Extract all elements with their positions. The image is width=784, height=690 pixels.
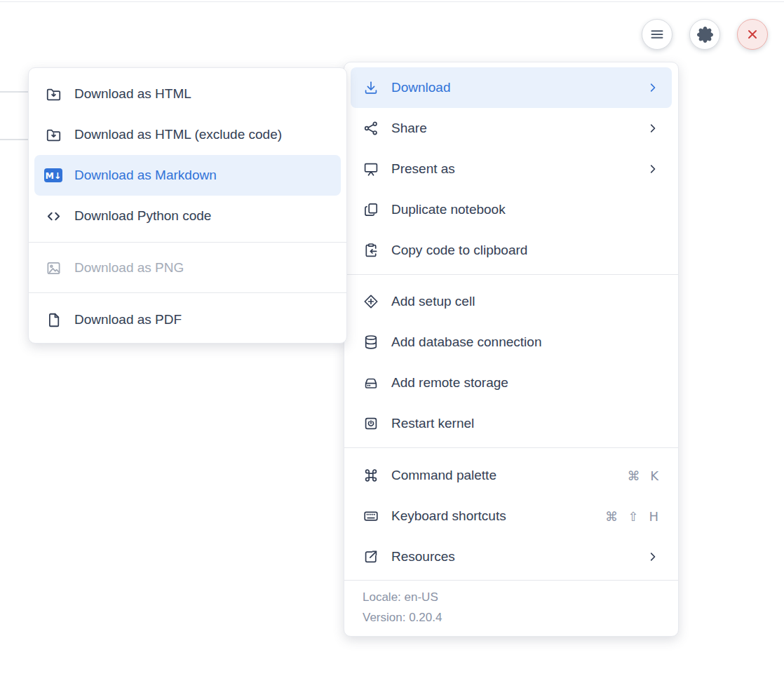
menu-item-label: Download Python code	[74, 208, 331, 224]
notebook-context-menu: Download Share Present as	[344, 62, 679, 637]
settings-button[interactable]	[689, 19, 720, 50]
markdown-badge-icon: M↓	[44, 166, 62, 184]
keyboard-icon	[362, 507, 380, 525]
presentation-icon	[362, 160, 380, 178]
version-text: Version: 0.20.4	[363, 609, 660, 625]
command-icon	[362, 466, 380, 485]
image-icon	[44, 259, 62, 277]
menu-item-label: Download as PNG	[74, 260, 331, 276]
menu-item-resources[interactable]: Resources	[351, 536, 672, 577]
menu-item-command-palette[interactable]: Command palette ⌘ K	[351, 455, 672, 496]
menu-item-add-database-connection[interactable]: Add database connection	[351, 322, 672, 363]
menu-divider	[29, 242, 346, 243]
close-icon	[744, 26, 761, 43]
menu-item-label: Command palette	[391, 468, 627, 483]
menu-item-label: Duplicate notebook	[391, 202, 660, 217]
menu-item-keyboard-shortcuts[interactable]: Keyboard shortcuts ⌘ ⇧ H	[351, 496, 672, 536]
gear-icon	[697, 27, 713, 43]
menu-item-present-as[interactable]: Present as	[351, 149, 672, 189]
restart-kernel-icon	[362, 414, 380, 433]
submenu-item-download-markdown[interactable]: M↓ Download as Markdown	[34, 155, 341, 196]
code-icon	[44, 207, 62, 225]
menu-item-label: Share	[391, 121, 646, 136]
database-icon	[362, 333, 380, 351]
menu-item-restart-kernel[interactable]: Restart kernel	[351, 403, 672, 444]
menu-item-label: Add setup cell	[391, 294, 660, 309]
chevron-right-icon	[646, 162, 660, 176]
folder-download-icon	[44, 126, 62, 144]
hamburger-icon	[649, 26, 665, 43]
menu-item-label: Add database connection	[391, 334, 660, 350]
menu-divider	[344, 274, 678, 275]
menu-item-label: Restart kernel	[391, 416, 660, 431]
menu-item-share[interactable]: Share	[351, 108, 672, 149]
menu-item-add-remote-storage[interactable]: Add remote storage	[351, 363, 672, 403]
floating-toolbar	[642, 19, 768, 50]
menu-item-label: Download as Markdown	[74, 168, 331, 183]
shortcut-hint: ⌘ K	[627, 468, 660, 483]
chevron-right-icon	[646, 121, 660, 135]
background-cell-border	[0, 91, 28, 93]
file-icon	[44, 311, 62, 329]
locale-text: Locale: en-US	[363, 589, 660, 605]
remote-storage-icon	[362, 374, 380, 392]
menu-item-label: Download as HTML	[74, 86, 331, 102]
menu-item-label: Copy code to clipboard	[391, 243, 660, 258]
add-setup-cell-icon	[362, 292, 380, 311]
menu-item-label: Resources	[391, 549, 646, 564]
menu-item-download[interactable]: Download	[351, 67, 672, 108]
download-icon	[362, 79, 380, 97]
chevron-right-icon	[646, 81, 660, 95]
menu-item-label: Download as PDF	[74, 312, 331, 327]
submenu-item-download-python-code[interactable]: Download Python code	[34, 196, 341, 236]
submenu-item-download-html-exclude-code[interactable]: Download as HTML (exclude code)	[34, 114, 341, 155]
menu-item-label: Download	[391, 80, 646, 95]
clipboard-copy-icon	[362, 241, 380, 259]
share-icon	[362, 119, 380, 137]
menu-item-add-setup-cell[interactable]: Add setup cell	[351, 281, 672, 322]
menu-divider	[344, 447, 678, 448]
menu-item-label: Add remote storage	[391, 375, 660, 391]
shortcut-hint: ⌘ ⇧ H	[605, 509, 660, 524]
menu-item-label: Download as HTML (exclude code)	[74, 127, 331, 142]
menu-item-copy-code[interactable]: Copy code to clipboard	[351, 230, 672, 271]
submenu-item-download-html[interactable]: Download as HTML	[34, 74, 341, 114]
background-cell-border	[0, 139, 28, 140]
folder-download-icon	[44, 85, 62, 103]
menu-item-label: Present as	[391, 161, 646, 177]
submenu-item-download-png[interactable]: Download as PNG	[34, 248, 341, 288]
submenu-item-download-pdf[interactable]: Download as PDF	[34, 299, 341, 340]
external-link-icon	[362, 548, 380, 566]
menu-item-duplicate-notebook[interactable]: Duplicate notebook	[351, 189, 672, 230]
close-button[interactable]	[737, 19, 768, 50]
menu-item-label: Keyboard shortcuts	[391, 508, 605, 524]
chevron-right-icon	[646, 550, 660, 564]
menu-divider	[29, 292, 346, 293]
page-top-border	[0, 1, 784, 2]
menu-footer: Locale: en-US Version: 0.20.4	[344, 581, 678, 625]
hamburger-menu-button[interactable]	[642, 19, 673, 50]
duplicate-icon	[362, 201, 380, 219]
download-submenu: Download as HTML Download as HTML (exclu…	[28, 67, 347, 344]
